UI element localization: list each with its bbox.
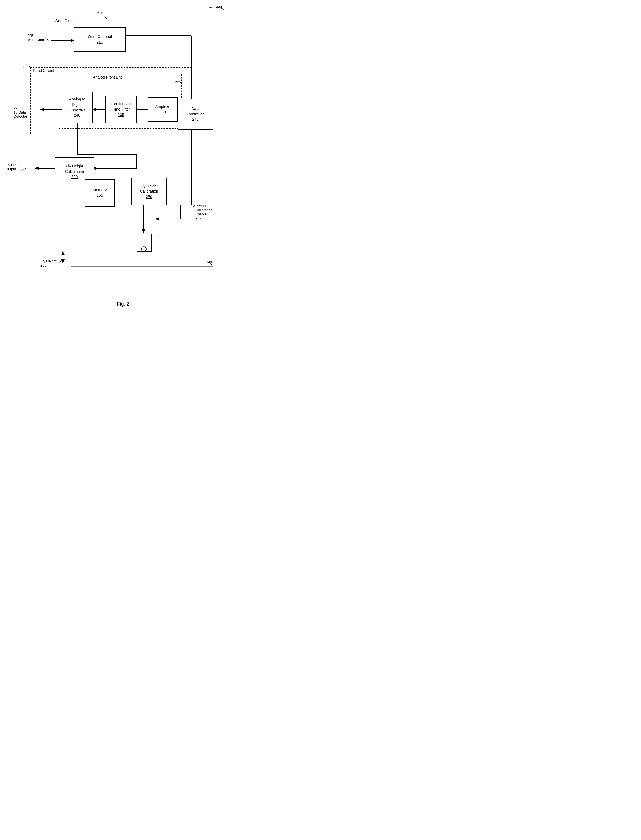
fh-calib-box: Fly HeightCalibration 250 [131,178,167,205]
adc-box: Analog toDigitalConverter 240 [61,92,93,123]
head-circle [141,246,147,252]
svg-line-27 [58,259,63,263]
svg-line-25 [44,37,49,40]
to-data-detector-label: 295 To DataDetector [14,106,27,118]
svg-line-34 [191,205,195,208]
write-circuit-label: Write Circuit [55,19,76,23]
analog-front-end-label: Analog Front End [93,75,123,79]
fly-height-label: Fly Height 285 [40,259,56,267]
svg-line-26 [21,168,26,171]
ref-225: 225 [175,80,181,84]
fig-label: Fig. 2 [0,301,246,307]
ref-210: 210 [97,11,103,15]
write-channel-box: Write Channel 215 [74,27,126,52]
ctf-box: ContinuousTime Filter 235 [105,96,137,123]
read-circuit-label: Read Circuit [33,68,54,73]
ref-290: 290 [153,235,159,239]
periodic-calib-label: PeriodicCalibrationEnable 257 [195,204,213,220]
write-data-label: 205 Write Data [27,34,44,42]
amplifier-box: Amplifier 230 [148,97,178,122]
ref-280: 280 [207,260,213,264]
data-controller-box: DataController 245 [178,99,213,130]
ref-200: 200 [216,5,222,9]
diagram: 200 Write Circuit 210 Write Channel 215 … [0,0,246,312]
memory-box: Memory 255 [85,179,115,207]
fh-output-label: Fly HeightOutput 265 [5,163,22,175]
ref-220: 220 [23,65,29,69]
